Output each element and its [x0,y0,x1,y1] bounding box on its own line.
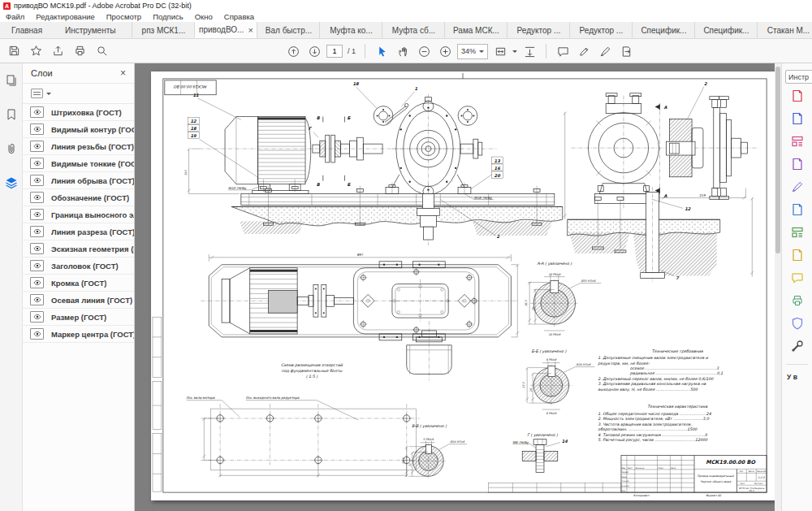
zoom-in-icon[interactable] [436,42,454,60]
eye-icon[interactable] [30,192,44,203]
split-document-icon[interactable] [790,225,804,239]
layer-item[interactable]: Граница выносного элемента [23,206,134,223]
eye-icon[interactable] [30,243,44,254]
layer-item[interactable]: Штриховка (ГОСТ) [23,104,134,121]
doc-tab-rama[interactable]: Рама МСК... [444,22,507,38]
layer-item[interactable]: Линия обрыва (ГОСТ) [23,172,134,189]
layer-label: Граница выносного элемента [51,210,134,219]
menu-view[interactable]: Просмотр [101,12,147,21]
menu-edit[interactable]: Редактирование [30,12,100,21]
layer-item[interactable]: Эскизная геометрия (ГОСТ) [23,240,134,258]
eye-icon[interactable] [30,328,44,340]
edit-pdf-icon[interactable] [790,157,804,171]
scrollbar-thumb[interactable] [775,67,780,253]
close-icon[interactable]: × [248,25,253,35]
tab-home[interactable]: Главная [0,22,54,38]
search-icon[interactable] [93,42,110,60]
fill-sign-icon[interactable] [596,42,614,60]
doc-number: МСК19.00.00 ВО [706,459,756,466]
layers-icon[interactable] [4,175,19,190]
doc-tab-reduktor2[interactable]: Редуктор ... [569,22,632,38]
doc-tab-mufta1[interactable]: Муфта ко... [319,22,382,38]
doc-tab-privodvo-active[interactable]: приводВО...× [194,22,257,38]
layer-item[interactable]: Обозначение (ГОСТ) [23,189,134,206]
fill-sign-icon[interactable] [790,180,804,193]
print-icon[interactable] [71,42,89,60]
close-icon[interactable]: × [120,67,126,79]
layer-options-icon[interactable] [31,89,43,98]
layer-label: Осевая линия (ГОСТ) [51,296,132,305]
layer-item[interactable]: Заголовок (ГОСТ) [23,258,134,275]
fit-height-icon[interactable] [520,42,538,60]
bookmarks-icon[interactable] [4,107,19,122]
section-vv: В-В ( увеличено ) 5 Р9/к9 Ø14 Н7/к6 16,3… [402,424,467,479]
hand-tool-icon[interactable] [394,42,412,60]
doc-tab-mufta2[interactable]: Муфта сб... [382,22,444,38]
eye-icon[interactable] [30,158,44,169]
menu-file[interactable]: Файл [0,12,30,21]
callout: 2 [704,81,707,86]
eye-icon[interactable] [30,311,44,323]
rail-footer-text[interactable]: У в [787,373,812,381]
eye-icon[interactable] [30,106,44,118]
save-icon[interactable] [5,42,23,60]
menu-help[interactable]: Справка [218,12,260,21]
page-up-icon[interactable] [284,42,302,60]
eye-icon[interactable] [30,209,44,220]
page-number-input[interactable] [326,45,343,58]
layer-label: Штриховка (ГОСТ) [51,108,122,117]
layer-item[interactable]: Линия резьбы (ГОСТ) [23,138,134,155]
protect-icon[interactable] [790,316,804,330]
menu-sign[interactable]: Подпись [147,12,189,21]
prepare-form-icon[interactable] [790,248,804,262]
vertical-scrollbar[interactable] [775,63,781,511]
comment-icon[interactable] [790,271,804,284]
share-icon[interactable] [49,42,67,60]
doc-tab-val[interactable]: Вал быстр... [257,22,319,38]
menu-window[interactable]: Окно [189,12,218,21]
send-document-icon[interactable] [617,42,635,60]
scan-ocr-icon[interactable] [790,293,804,307]
zoom-out-icon[interactable] [415,42,433,60]
eye-icon[interactable] [30,260,44,271]
eye-icon[interactable] [30,294,44,305]
comment-icon[interactable] [554,42,572,60]
export-pdf-icon[interactable] [790,202,804,216]
page-thumbnails-icon[interactable] [4,73,19,88]
create-pdf-icon[interactable] [790,89,804,102]
layer-item[interactable]: Видимый контур (ГОСТ) [23,121,134,138]
tb-col: Лист [628,467,633,470]
layer-item[interactable]: Размер (ГОСТ) [23,309,134,326]
eye-icon[interactable] [30,226,44,237]
star-icon[interactable] [27,42,45,60]
doc-tab-stakan[interactable]: Стакан М... [757,22,812,38]
more-tools-icon[interactable] [790,339,804,353]
tech-req-line: 2. Допускаемый перекос валов, мм/мм, не … [598,377,714,381]
page-down-icon[interactable] [305,42,323,60]
org-name: РК-3 [749,490,754,492]
eye-icon[interactable] [30,175,44,186]
doc-tab-reduktor1[interactable]: Редуктор ... [507,22,569,38]
pencil-icon[interactable] [575,42,593,60]
tab-tools[interactable]: Инструменты [54,22,127,38]
eye-icon[interactable] [30,277,44,288]
attachments-icon[interactable] [4,141,19,156]
layer-item[interactable]: Осевая линия (ГОСТ) [23,292,134,309]
tech-req-line: радиальное .............................… [630,371,723,375]
fit-width-icon[interactable] [491,42,509,60]
tools-search-input[interactable]: Инстр [785,70,812,84]
select-cursor-icon[interactable] [373,42,391,60]
layer-item[interactable]: Маркер центра (ГОСТ) [23,326,134,343]
doc-tab-spec2[interactable]: Специфик... [694,22,757,38]
zoom-level-select[interactable]: 34% [457,44,488,59]
combine-files-icon[interactable] [790,111,804,125]
layer-item[interactable]: Кромка (ГОСТ) [23,275,134,292]
eye-icon[interactable] [30,123,44,135]
layer-item[interactable]: Видимые тонкие (ГОСТ) [23,155,134,172]
doc-tab-spec1[interactable]: Специфик... [632,22,694,38]
organize-pages-icon[interactable] [790,134,804,148]
eye-icon[interactable] [30,141,44,152]
toolbar-divider [365,44,365,58]
layer-item[interactable]: Линия разреза (ГОСТ) [23,223,134,240]
doc-tab-rpz[interactable]: рпз МСК1... [132,22,194,38]
